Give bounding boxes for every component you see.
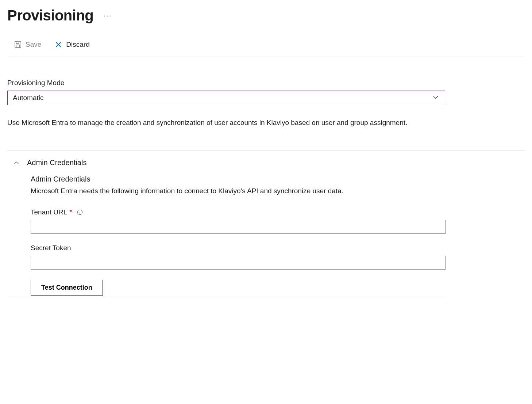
admin-credentials-description: Microsoft Entra needs the following info… (31, 187, 457, 195)
page-title: Provisioning (7, 7, 93, 24)
save-icon (14, 41, 22, 49)
info-icon[interactable] (77, 209, 83, 216)
provisioning-mode-description: Use Microsoft Entra to manage the creati… (7, 116, 445, 129)
discard-button-label: Discard (66, 41, 89, 49)
admin-credentials-accordion-header[interactable]: Admin Credentials (7, 150, 525, 175)
svg-rect-0 (15, 42, 21, 48)
save-button-label: Save (26, 41, 41, 49)
chevron-up-icon (13, 160, 20, 166)
svg-rect-1 (16, 42, 19, 44)
close-icon (54, 41, 62, 49)
required-indicator: * (69, 208, 72, 216)
secret-token-input[interactable] (31, 256, 446, 270)
provisioning-mode-label: Provisioning Mode (7, 79, 525, 87)
provisioning-mode-select[interactable]: Automatic (7, 91, 445, 105)
provisioning-mode-value: Automatic (13, 94, 43, 102)
tenant-url-input[interactable] (31, 220, 446, 234)
secret-token-label: Secret Token (31, 244, 71, 252)
test-connection-button[interactable]: Test Connection (31, 280, 103, 296)
more-actions-button[interactable]: ··· (104, 11, 112, 20)
admin-credentials-section-title: Admin Credentials (27, 159, 86, 167)
svg-rect-2 (16, 45, 19, 47)
admin-credentials-heading: Admin Credentials (31, 175, 457, 183)
save-button[interactable]: Save (12, 39, 43, 50)
svg-point-7 (80, 211, 80, 211)
tenant-url-label: Tenant URL (31, 208, 67, 216)
toolbar: Save Discard (7, 39, 525, 57)
discard-button[interactable]: Discard (52, 39, 92, 50)
